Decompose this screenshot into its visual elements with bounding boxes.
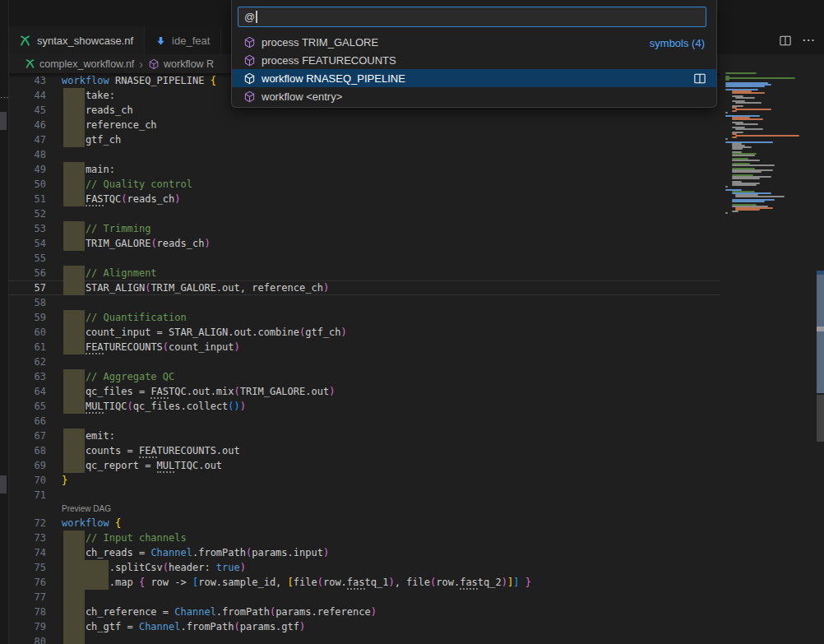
vscode-window: syntax_showcase.nf ide_feat ⋯ complex_wo… <box>0 0 824 644</box>
minimap-line <box>735 209 760 211</box>
text-cursor <box>256 11 257 23</box>
line-number: 50 <box>8 177 46 192</box>
nextflow-logo-icon <box>19 35 31 47</box>
line-number: 74 <box>8 545 46 560</box>
code-line[interactable]: 64 qc_files = FASTQC.out.mix(TRIM_GALORE… <box>8 384 720 399</box>
code-text: ch_reference = Channel.fromPath(params.r… <box>62 605 377 619</box>
code-line[interactable]: 53 // Trimming <box>8 221 720 236</box>
arrow-down-icon <box>155 35 166 46</box>
breadcrumb-file[interactable]: complex_workflow.nf <box>39 58 134 70</box>
scrollbar-slider[interactable] <box>817 271 824 393</box>
quick-open-item[interactable]: process FEATURECOUNTS <box>232 51 716 69</box>
code-line[interactable]: 72workflow { <box>8 516 720 530</box>
code-line[interactable]: 61 FEATURECOUNTS(count_input) <box>8 340 720 354</box>
code-line[interactable]: 51 FASTQC(reads_ch) <box>8 192 720 206</box>
line-number: 71 <box>8 488 46 503</box>
code-line[interactable]: 56 // Alignment <box>8 266 720 280</box>
code-text: // Quantification <box>62 310 187 325</box>
minimap-line <box>735 102 762 104</box>
breadcrumb-symbol[interactable]: workflow R <box>164 58 214 70</box>
minimap-line <box>732 92 765 94</box>
code-line[interactable]: 46 reference_ch <box>8 118 720 132</box>
codelens-preview-dag[interactable]: Preview DAG <box>8 503 720 516</box>
minimap-line <box>725 138 728 140</box>
code-line[interactable]: 57 STAR_ALIGN(TRIM_GALORE.out, reference… <box>8 280 720 295</box>
line-number: 58 <box>8 295 46 310</box>
code-line[interactable]: 70} <box>8 473 720 488</box>
code-line[interactable]: 76 .map { row -> [row.sample_id, [file(r… <box>8 575 720 590</box>
code-text: // Aggregate QC <box>62 369 174 384</box>
minimap-line <box>732 171 762 173</box>
symbols-count-link[interactable]: symbols (4) <box>650 37 705 49</box>
line-number: 75 <box>8 560 46 575</box>
code-line[interactable]: 78 ch_reference = Channel.fromPath(param… <box>8 605 720 619</box>
minimap-line <box>725 112 728 114</box>
indent-highlight <box>63 634 85 644</box>
code-line[interactable]: 79 ch_gtf = Channel.fromPath(params.gtf) <box>8 619 720 634</box>
code-line[interactable]: 52 <box>8 206 720 221</box>
tab-ide-features[interactable]: ide_feat <box>145 26 221 54</box>
line-number: 44 <box>8 88 46 103</box>
symbol-structure-icon <box>148 58 160 70</box>
code-line[interactable]: 55 <box>8 251 720 266</box>
code-line[interactable]: 47 gtf_ch <box>8 132 720 147</box>
quick-open-item[interactable]: process TRIM_GALORE <box>232 33 716 51</box>
code-line[interactable]: 73 // Input channels <box>8 530 720 545</box>
code-line[interactable]: 77 <box>8 590 720 605</box>
code-line[interactable]: 69 qc_report = MULTIQC.out <box>8 458 720 473</box>
code-line[interactable]: 48 <box>8 147 720 162</box>
code-text: reference_ch <box>62 118 157 132</box>
line-number: 69 <box>8 458 46 473</box>
code-text: } <box>62 473 67 488</box>
code-text: // Quality control <box>62 177 192 192</box>
code-line[interactable]: 74 ch_reads = Channel.fromPath(params.in… <box>8 545 720 560</box>
minimap-line <box>732 160 760 161</box>
code-line[interactable]: 80 <box>8 634 720 644</box>
line-number: 51 <box>8 192 46 206</box>
minimap[interactable] <box>725 72 817 224</box>
code-line[interactable]: 63 // Aggregate QC <box>8 369 720 384</box>
code-line[interactable]: 49 main: <box>8 162 720 177</box>
code-line[interactable]: 50 // Quality control <box>8 177 720 192</box>
code-line[interactable]: 59 // Quantification <box>8 310 720 325</box>
code-editor[interactable]: 43workflow RNASEQ_PIPELINE {44 take:45 r… <box>8 73 720 644</box>
code-line[interactable]: 62 <box>8 354 720 369</box>
more-actions-ellipsis-icon[interactable]: ⋯ <box>802 36 816 44</box>
minimap-line <box>732 178 760 179</box>
minimap-line <box>725 72 757 74</box>
code-line[interactable]: 58 <box>8 295 720 310</box>
quick-open-list: process TRIM_GALOREprocess FEATURECOUNTS… <box>232 33 716 105</box>
line-number: 47 <box>8 132 46 147</box>
minimap-line <box>725 186 728 188</box>
line-number: 64 <box>8 384 46 399</box>
code-text: counts = FEATURECOUNTS.out <box>62 443 240 458</box>
code-text: STAR_ALIGN(TRIM_GALORE.out, reference_ch… <box>62 280 329 295</box>
code-text: gtf_ch <box>62 132 121 147</box>
item-label: workflow RNASEQ_PIPELINE <box>262 72 405 85</box>
code-line[interactable]: 54 TRIM_GALORE(reads_ch) <box>8 236 720 251</box>
quick-open-item[interactable]: workflow RNASEQ_PIPELINE <box>232 69 716 87</box>
code-line[interactable]: 67 emit: <box>8 429 720 443</box>
quick-open-input[interactable]: @ <box>238 7 706 27</box>
quick-open-item[interactable]: workflow <entry> <box>232 87 716 105</box>
line-number: 56 <box>8 266 46 280</box>
code-line[interactable]: 68 counts = FEATURECOUNTS.out <box>8 443 720 458</box>
split-editor-icon[interactable] <box>780 35 791 46</box>
minimap-line <box>732 184 757 186</box>
minimap-line <box>732 211 738 212</box>
code-text: count_input = STAR_ALIGN.out.combine(gtf… <box>62 325 347 340</box>
code-text: ch_gtf = Channel.fromPath(params.gtf) <box>62 619 305 634</box>
code-line[interactable]: 75 .splitCsv(header: true) <box>8 560 720 575</box>
code-line[interactable]: 66 <box>8 414 720 429</box>
editor-actions: ⋯ <box>780 26 816 54</box>
scrollbar-thumb[interactable] <box>817 395 824 442</box>
minimap-line <box>735 123 758 125</box>
minimap-line <box>735 196 785 197</box>
minimap-line <box>725 77 795 79</box>
code-text: MULTIQC(qc_files.collect()) <box>62 399 246 414</box>
open-to-side-icon[interactable] <box>694 73 706 84</box>
code-line[interactable]: 71 <box>8 488 720 503</box>
code-line[interactable]: 65 MULTIQC(qc_files.collect()) <box>8 399 720 414</box>
code-line[interactable]: 60 count_input = STAR_ALIGN.out.combine(… <box>8 325 720 340</box>
tab-syntax-showcase[interactable]: syntax_showcase.nf <box>8 26 145 54</box>
